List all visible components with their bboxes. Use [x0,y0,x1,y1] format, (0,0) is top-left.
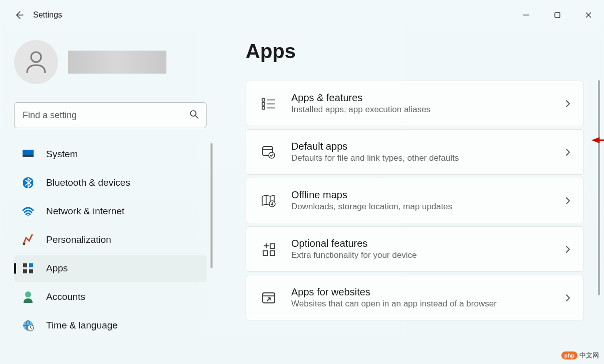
main: Apps Apps & featuresInstalled apps, app … [221,30,604,364]
nav-label: Network & internet [46,206,124,217]
sidebar-item-bluetooth-icon [22,177,34,189]
card-title: Apps & features [291,92,548,104]
card-title: Optional features [291,238,548,249]
watermark-text: 中文网 [579,351,599,360]
sidebar-item-accounts-icon [22,291,34,303]
svg-point-5 [190,111,196,116]
sidebar-item-apps-icon [22,262,34,274]
card-text: Default appsDefaults for file and link t… [291,141,548,163]
nav-label: Bluetooth & devices [46,177,130,188]
chevron-right-icon [563,99,572,108]
chevron-right-icon [563,148,572,157]
minimize-button[interactable] [511,3,542,27]
card-title: Offline maps [291,189,548,201]
sidebar-item-personalization[interactable]: Personalization [14,226,207,253]
sidebar-item-time-language-icon [22,319,34,331]
watermark-badge: php [561,351,577,359]
card-subtitle: Websites that can open in an app instead… [291,299,548,309]
svg-rect-39 [270,251,275,255]
card-optional-features[interactable]: Optional featuresExtra functionality for… [246,226,584,272]
sidebar-item-network[interactable]: Network & internet [14,198,207,225]
sidebar-scrollbar[interactable] [211,143,213,268]
close-button[interactable] [573,3,604,27]
card-title: Default apps [291,141,548,152]
avatar [14,40,58,84]
card-default-apps-icon [261,145,276,160]
card-title: Apps for websites [291,286,548,298]
svg-point-11 [23,243,26,245]
svg-rect-14 [23,269,27,273]
card-apps-features-icon [261,96,276,111]
maximize-icon [554,12,561,19]
sidebar-item-bluetooth[interactable]: Bluetooth & devices [14,169,207,196]
card-optional-features-icon [261,242,276,257]
card-subtitle: Downloads, storage location, map updates [291,202,548,212]
search-icon [189,110,198,121]
sidebar-item-system[interactable]: System [14,141,207,168]
search-box [14,102,207,128]
sidebar-item-time-language[interactable]: Time & language [14,312,207,339]
card-offline-maps[interactable]: Offline mapsDownloads, storage location,… [246,178,584,223]
svg-line-6 [195,116,198,118]
card-apps-features[interactable]: Apps & featuresInstalled apps, app execu… [246,81,584,126]
sidebar: SystemBluetooth & devicesNetwork & inter… [0,30,221,364]
svg-rect-38 [263,251,268,255]
nav-label: Personalization [46,234,111,245]
nav-label: System [46,149,78,160]
search-input[interactable] [14,102,207,128]
nav-label: Apps [46,263,68,274]
svg-rect-12 [23,263,27,267]
sidebar-item-apps[interactable]: Apps [14,255,207,282]
close-icon [585,12,592,19]
cards-list: Apps & featuresInstalled apps, app execu… [246,81,584,320]
main-scrollbar[interactable] [598,80,600,295]
svg-point-16 [25,291,31,297]
titlebar: Settings [0,0,604,30]
nav-label: Accounts [46,291,85,302]
nav-label: Time & language [46,320,118,331]
app-title: Settings [33,11,62,20]
user-icon [25,50,47,74]
chevron-right-icon [563,293,572,302]
user-info-placeholder [68,51,166,74]
card-default-apps[interactable]: Default appsDefaults for file and link t… [246,129,584,175]
nav: SystemBluetooth & devicesNetwork & inter… [14,139,207,364]
card-text: Apps for websitesWebsites that can open … [291,286,548,309]
back-arrow-icon [14,10,24,20]
svg-rect-13 [29,263,33,267]
svg-point-10 [28,215,29,217]
card-offline-maps-icon [261,193,276,208]
maximize-button[interactable] [542,3,573,27]
svg-point-4 [31,52,41,62]
svg-rect-15 [29,269,33,273]
svg-rect-27 [262,107,265,109]
sidebar-item-system-icon [22,148,34,160]
chevron-right-icon [563,245,572,254]
window-controls [511,3,604,27]
user-block[interactable] [14,40,207,84]
minimize-icon [523,12,530,19]
svg-rect-8 [23,155,34,157]
svg-rect-37 [270,244,275,248]
card-subtitle: Extra functionality for your device [291,250,548,260]
watermark: php 中文网 [561,351,599,360]
svg-rect-23 [262,99,265,101]
page-title: Apps [246,40,584,63]
sidebar-item-accounts[interactable]: Accounts [14,283,207,310]
svg-rect-25 [262,103,265,105]
sidebar-item-personalization-icon [22,234,34,246]
card-text: Optional featuresExtra functionality for… [291,238,548,260]
sidebar-item-network-icon [22,205,34,217]
chevron-right-icon [563,196,572,205]
back-button[interactable] [14,10,24,20]
svg-rect-1 [555,13,560,18]
card-subtitle: Installed apps, app execution aliases [291,105,548,115]
card-apps-websites-icon [261,290,276,305]
card-apps-websites[interactable]: Apps for websitesWebsites that can open … [246,275,584,320]
card-subtitle: Defaults for file and link types, other … [291,153,548,163]
card-text: Offline mapsDownloads, storage location,… [291,189,548,212]
card-text: Apps & featuresInstalled apps, app execu… [291,92,548,115]
